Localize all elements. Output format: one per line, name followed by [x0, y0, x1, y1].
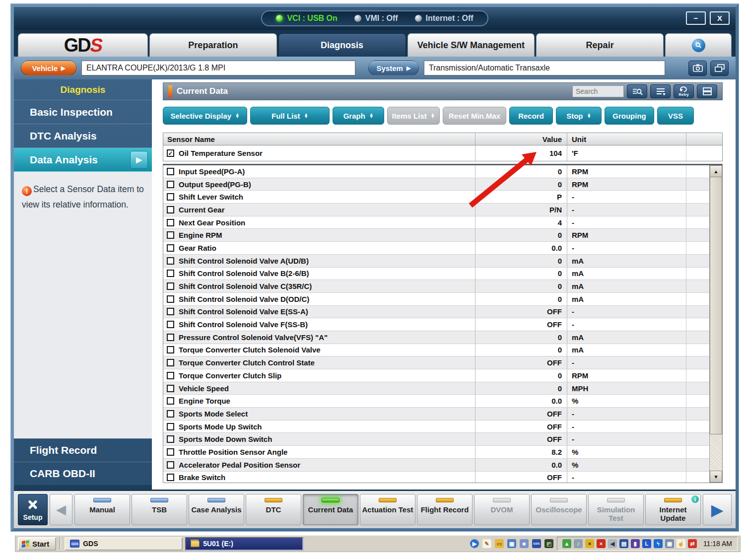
toolbar-button-stop[interactable]: Stop▲▼ — [556, 107, 602, 125]
tab-diagnosis[interactable]: Diagnosis — [278, 33, 406, 57]
table-row[interactable]: Next Gear Position4- — [163, 216, 709, 229]
photo-viewer-icon[interactable]: ◩ — [544, 539, 553, 548]
bottom-tab-case-analysis[interactable]: Case Analysis — [189, 494, 244, 525]
system-tools-icon[interactable]: × — [585, 539, 594, 548]
checkbox-unchecked-icon[interactable] — [167, 423, 174, 430]
toolbar-button-vss[interactable]: VSS — [657, 107, 694, 125]
toolbar-button-graph[interactable]: Graph▲▼ — [333, 107, 384, 125]
taskbar-task-5u01-e[interactable]: 5U01 (E:) — [185, 537, 303, 551]
close-button[interactable]: X — [710, 11, 730, 25]
remote-display-icon[interactable]: ▣ — [665, 539, 674, 548]
item-list-button[interactable] — [650, 84, 671, 98]
gds-launcher-icon[interactable]: GDS — [532, 539, 541, 548]
checkbox-unchecked-icon[interactable] — [167, 372, 174, 379]
taskbar-task-gds[interactable]: GDSGDS — [65, 537, 183, 551]
split-view-button[interactable] — [697, 84, 717, 98]
language-bar-icon[interactable]: L — [642, 539, 651, 548]
table-row[interactable]: Input Speed(PG-A)0RPM — [163, 165, 709, 178]
scroll-down-button[interactable]: ▼ — [710, 471, 722, 483]
table-row[interactable]: Torque Converter Clutch Solenoid Valve0m… — [163, 344, 709, 357]
volume-icon[interactable]: ◀ — [608, 539, 617, 548]
tab-search[interactable] — [665, 33, 732, 57]
checkbox-unchecked-icon[interactable] — [167, 257, 174, 265]
retry-button[interactable]: Retry — [674, 84, 694, 98]
search-input[interactable] — [572, 85, 624, 97]
checkbox-unchecked-icon[interactable] — [167, 321, 174, 328]
toolbar-button-full-list[interactable]: Full List▲▼ — [250, 107, 330, 125]
sidebar-item-carb-obd-ii[interactable]: CARB OBD-II — [14, 462, 152, 485]
table-row[interactable]: Sports Mode Down SwitchOFF- — [163, 433, 709, 446]
table-row[interactable]: Shift Lever SwitchP- — [163, 191, 709, 204]
table-row[interactable]: Shift Control Solenoid Valve F(SS-B)OFF- — [163, 318, 709, 331]
checkbox-unchecked-icon[interactable] — [167, 410, 174, 418]
checkbox-unchecked-icon[interactable] — [167, 308, 174, 315]
checkbox-unchecked-icon[interactable] — [167, 346, 174, 353]
table-row[interactable]: Gear Ratio0.0- — [163, 242, 709, 255]
checkbox-unchecked-icon[interactable] — [167, 181, 174, 188]
column-header-value[interactable]: Value — [475, 133, 567, 145]
table-row[interactable]: Shift Control Solenoid Valve C(35R/C)0mA — [163, 280, 709, 293]
toolbar-button-items-list[interactable]: Items List▲▼ — [387, 107, 440, 125]
checkbox-unchecked-icon[interactable] — [167, 244, 174, 252]
audio-device-icon[interactable]: ♪ — [574, 539, 583, 548]
bottom-tab-simulation-test[interactable]: Simulation Test — [588, 494, 644, 525]
notepad-icon[interactable]: ✎ — [482, 539, 491, 548]
checkbox-unchecked-icon[interactable] — [167, 334, 174, 341]
table-row[interactable]: Shift Control Solenoid Valve E(SS-A)OFF- — [163, 306, 709, 319]
start-button[interactable]: Start — [18, 537, 56, 551]
table-row[interactable]: Sports Mode SelectOFF- — [163, 408, 709, 420]
checkbox-checked-icon[interactable]: ✓ — [167, 149, 174, 157]
checkbox-unchecked-icon[interactable] — [167, 385, 174, 392]
sync-icon[interactable]: ⇄ — [688, 539, 697, 548]
layout-switch-button[interactable] — [710, 61, 729, 76]
checkbox-unchecked-icon[interactable] — [167, 282, 174, 290]
checkbox-unchecked-icon[interactable] — [167, 474, 174, 481]
search-button[interactable] — [627, 84, 647, 98]
table-row[interactable]: Torque Converter Clutch Control StateOFF… — [163, 356, 709, 369]
vertical-scrollbar[interactable]: ▲ ▼ — [709, 165, 722, 483]
bottom-tab-current-data[interactable]: Current Data — [303, 494, 358, 525]
package-icon[interactable]: ■ — [520, 539, 529, 548]
bottom-tab-internet-update[interactable]: Internet Updatei — [645, 494, 701, 525]
bottom-tab-actuation-test[interactable]: Actuation Test — [360, 494, 415, 525]
table-row[interactable]: Shift Control Solenoid Valve D(OD/C)0mA — [163, 293, 709, 306]
pinned-sensor-row[interactable]: ✓ Oil Temperature Sensor 104 'F — [163, 145, 722, 161]
table-row[interactable]: Shift Control Solenoid Valve A(UD/B)0mA — [163, 255, 709, 268]
bottom-tab-dtc[interactable]: DTC — [246, 494, 301, 525]
scrollbar-thumb[interactable] — [710, 177, 722, 434]
folder-quicklaunch-icon[interactable]: ▭ — [495, 539, 504, 548]
table-row[interactable]: Current GearP/N- — [163, 204, 709, 216]
checkbox-unchecked-icon[interactable] — [167, 270, 174, 277]
bottom-tab-flight-record[interactable]: Flight Record — [417, 494, 473, 525]
green-status-icon[interactable]: ▲ — [562, 539, 571, 548]
checkbox-unchecked-icon[interactable] — [167, 231, 174, 239]
chevron-right-icon[interactable]: ▶ — [130, 151, 148, 169]
tab-vehicle-s-w-management[interactable]: Vehicle S/W Management — [407, 33, 535, 57]
table-row[interactable]: Shift Control Solenoid Valve B(2-6/B)0mA — [163, 268, 709, 280]
table-row[interactable]: Brake SwitchOFF- — [163, 472, 709, 484]
bottom-tab-manual[interactable]: Manual — [74, 494, 130, 525]
toolbar-button-selective-display[interactable]: Selective Display▲▼ — [163, 107, 247, 125]
checkbox-unchecked-icon[interactable] — [167, 461, 174, 469]
display-icon[interactable]: ▣ — [507, 539, 516, 548]
tab-preparation[interactable]: Preparation — [149, 33, 277, 57]
flash-player-icon[interactable]: ϟ — [654, 539, 663, 548]
sidebar-item-flight-record[interactable]: Flight Record — [14, 438, 152, 462]
scroll-left-button[interactable]: ◀ — [50, 494, 72, 525]
touch-input-icon[interactable]: ☝ — [677, 539, 685, 548]
sidebar-item-basic-inspection[interactable]: Basic Inspection — [14, 100, 152, 124]
table-row[interactable]: Sports Mode Up SwitchOFF- — [163, 420, 709, 433]
tab-repair[interactable]: Repair — [536, 33, 664, 57]
sidebar-item-data-analysis[interactable]: Data Analysis▶ — [14, 148, 152, 172]
antivirus-alert-icon[interactable]: × — [597, 539, 606, 548]
table-row[interactable]: Pressure Control Solenoid Valve(VFS) "A"… — [163, 331, 709, 344]
scroll-right-button[interactable]: ▶ — [703, 494, 732, 525]
table-row[interactable]: Engine RPM0RPM — [163, 229, 709, 242]
table-row[interactable]: Throttle Position Sensor Angle8.2% — [163, 446, 709, 459]
setup-button[interactable]: Setup — [18, 494, 48, 525]
checkbox-unchecked-icon[interactable] — [167, 397, 174, 405]
sidebar-item-dtc-analysis[interactable]: DTC Analysis — [14, 124, 152, 148]
media-player-icon[interactable]: ▶ — [470, 539, 479, 548]
table-row[interactable]: Engine Torque0.0% — [163, 395, 709, 408]
usb-device-icon[interactable]: ▮ — [631, 539, 640, 548]
